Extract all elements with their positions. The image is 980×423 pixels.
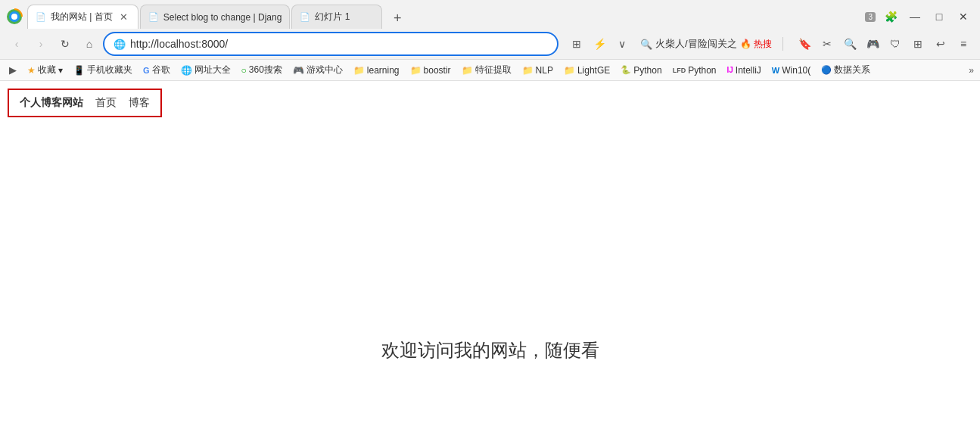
bookmark-item-features[interactable]: 📁 特征提取 bbox=[457, 62, 516, 78]
python-icon: 🐍 bbox=[621, 65, 631, 75]
search-text: 火柴人/冒险闯关之 bbox=[655, 37, 737, 51]
search2-icon[interactable]: 🔍 bbox=[839, 33, 860, 54]
bookmark-item-nav[interactable]: 🌐 网址大全 bbox=[176, 62, 235, 78]
close-button[interactable]: ✕ bbox=[953, 6, 974, 27]
bookmark-label-intellij: IntelliJ bbox=[736, 65, 761, 76]
nav-link-home[interactable]: 首页 bbox=[95, 96, 117, 110]
nav-link-blog[interactable]: 博客 bbox=[129, 96, 150, 110]
minimize-button[interactable]: — bbox=[904, 6, 926, 27]
search-icon: 🔍 bbox=[640, 39, 652, 50]
shield-icon[interactable]: 🛡 bbox=[885, 33, 906, 54]
bookmark-item-games[interactable]: 🎮 游戏中心 bbox=[288, 62, 347, 78]
bookmark-label-boostir: boostir bbox=[424, 65, 451, 76]
win10-icon: W bbox=[772, 66, 779, 75]
tab-3[interactable]: 📄 幻灯片 1 bbox=[291, 5, 382, 29]
search-area: 🔍 火柴人/冒险闯关之 🔥 热搜 bbox=[636, 37, 776, 51]
address-input[interactable] bbox=[130, 38, 548, 50]
hot-search-label[interactable]: 🔥 热搜 bbox=[740, 38, 772, 51]
folder-icon-boostir: 📁 bbox=[410, 65, 422, 76]
bookmark-item-python[interactable]: 🐍 Python bbox=[616, 64, 666, 77]
tab-title-1: 我的网站 | 首页 bbox=[51, 11, 113, 23]
folder-icon-nlp: 📁 bbox=[522, 65, 534, 76]
bookmark-item-nlp[interactable]: 📁 NLP bbox=[518, 64, 558, 77]
welcome-message: 欢迎访问我的网站，随便看 bbox=[381, 338, 599, 362]
grid2-icon[interactable]: ⊞ bbox=[907, 33, 929, 54]
bookmark-item-boostir[interactable]: 📁 boostir bbox=[406, 64, 456, 77]
bookmark-label-lfd-python: Python bbox=[688, 65, 716, 76]
bookmark-item-favorites[interactable]: ★ 收藏 ▾ bbox=[23, 62, 67, 78]
tab-title-2: Select blog to change | Djang bbox=[163, 12, 282, 23]
secure-icon: 🌐 bbox=[114, 39, 126, 50]
maximize-button[interactable]: □ bbox=[929, 6, 950, 27]
browser-window: 📄 我的网站 | 首页 ✕ 📄 Select blog to change | … bbox=[0, 0, 980, 423]
svg-point-2 bbox=[11, 14, 17, 20]
title-bar: 📄 我的网站 | 首页 ✕ 📄 Select blog to change | … bbox=[0, 0, 980, 29]
lfd-icon: LFD bbox=[673, 67, 686, 74]
data-rel-icon: 🔵 bbox=[821, 65, 832, 75]
tab-2[interactable]: 📄 Select blog to change | Djang bbox=[140, 5, 291, 29]
360-icon: ○ bbox=[241, 65, 247, 76]
dropdown-button[interactable]: ∨ bbox=[611, 33, 633, 54]
window-controls: 3 🧩 — □ ✕ bbox=[865, 6, 974, 27]
bookmark-label-favorites: 收藏 bbox=[38, 64, 56, 76]
star-icon: ★ bbox=[27, 65, 36, 76]
bookmark-label-learning: learning bbox=[367, 65, 400, 76]
intellij-icon: IJ bbox=[727, 66, 733, 74]
bookmark-item-google[interactable]: G 谷歌 bbox=[138, 62, 175, 78]
address-bar[interactable]: 🌐 bbox=[103, 32, 558, 56]
tab-favicon-2: 📄 bbox=[148, 12, 159, 23]
home-button[interactable]: ⌂ bbox=[79, 33, 100, 54]
dropdown-icon: ▾ bbox=[58, 65, 63, 76]
bookmark-item-intellij[interactable]: IJ IntelliJ bbox=[723, 64, 766, 77]
google-icon: G bbox=[143, 66, 150, 75]
mobile-icon: 📱 bbox=[73, 65, 85, 76]
scissors-icon[interactable]: ✂ bbox=[817, 33, 838, 54]
games-icon: 🎮 bbox=[293, 65, 304, 76]
bookmarks-expand-icon[interactable]: ▶ bbox=[6, 63, 20, 77]
bookmark-label-python: Python bbox=[633, 65, 661, 76]
bookmarks-bar: ▶ ★ 收藏 ▾ 📱 手机收藏夹 G 谷歌 🌐 网址大全 ○ 360搜索 🎮 游… bbox=[0, 60, 980, 81]
game-icon[interactable]: 🎮 bbox=[862, 33, 883, 54]
tabs-area: 📄 我的网站 | 首页 ✕ 📄 Select blog to change | … bbox=[27, 5, 859, 29]
tab-active[interactable]: 📄 我的网站 | 首页 ✕ bbox=[27, 5, 138, 29]
bookmark-label-lightge: LightGE bbox=[577, 65, 610, 76]
grid-icon[interactable]: ⊞ bbox=[566, 33, 587, 54]
bookmark-label-games: 游戏中心 bbox=[306, 64, 343, 76]
new-tab-button[interactable]: + bbox=[387, 8, 408, 29]
bookmark-label-data-rel: 数据关系 bbox=[834, 64, 870, 76]
folder-icon-lightge: 📁 bbox=[564, 65, 575, 76]
refresh-button[interactable]: ↻ bbox=[54, 33, 76, 54]
tab-favicon-1: 📄 bbox=[36, 12, 46, 23]
lightning-icon[interactable]: ⚡ bbox=[589, 33, 610, 54]
folder-icon-learning: 📁 bbox=[353, 65, 365, 76]
bookmark-label-features: 特征提取 bbox=[475, 64, 512, 76]
bookmark-item-learning[interactable]: 📁 learning bbox=[349, 64, 404, 77]
forward-button[interactable]: › bbox=[30, 33, 51, 54]
bookmark-label-google: 谷歌 bbox=[152, 64, 170, 76]
bookmark-label-nlp: NLP bbox=[536, 65, 553, 76]
undo-icon[interactable]: ↩ bbox=[930, 33, 951, 54]
bookmark-label-mobile: 手机收藏夹 bbox=[87, 64, 132, 76]
more-bookmarks-icon[interactable]: » bbox=[969, 65, 974, 76]
browser-logo bbox=[6, 8, 23, 25]
navigation-bar: ‹ › ↻ ⌂ 🌐 ⊞ ⚡ ∨ 🔍 火柴人/冒险闯关之 🔥 热搜 🔖 ✂ 🔍 🎮… bbox=[0, 29, 980, 60]
extension-icon[interactable]: 🧩 bbox=[880, 6, 901, 27]
nav-right-icons: ⊞ ⚡ ∨ bbox=[566, 33, 633, 54]
bookmark-item-mobile[interactable]: 📱 手机收藏夹 bbox=[69, 62, 137, 78]
bookmark-item-lightge[interactable]: 📁 LightGE bbox=[559, 64, 614, 77]
bookmark-item-win10[interactable]: W Win10( bbox=[767, 64, 815, 77]
site-navigation: 个人博客网站 首页 博客 bbox=[8, 89, 162, 117]
bookmark-item-lfd-python[interactable]: LFD Python bbox=[668, 64, 721, 77]
tab-favicon-3: 📄 bbox=[300, 12, 310, 23]
toolbar-icons: 🔖 ✂ 🔍 🎮 🛡 ⊞ ↩ ≡ bbox=[794, 33, 974, 54]
bookmark-item-data-rel[interactable]: 🔵 数据关系 bbox=[817, 62, 875, 78]
window-badge: 3 bbox=[865, 12, 876, 22]
site-title: 个人博客网站 bbox=[20, 96, 83, 110]
bookmark-label-win10: Win10( bbox=[782, 65, 810, 76]
page-area: 个人博客网站 首页 博客 欢迎访问我的网站，随便看 bbox=[0, 81, 980, 423]
bookmark-item-360[interactable]: ○ 360搜索 bbox=[237, 62, 287, 78]
bookmark-manager-icon[interactable]: 🔖 bbox=[794, 33, 815, 54]
menu-button[interactable]: ≡ bbox=[953, 33, 974, 54]
tab-close-1[interactable]: ✕ bbox=[117, 11, 130, 23]
back-button[interactable]: ‹ bbox=[6, 33, 27, 54]
